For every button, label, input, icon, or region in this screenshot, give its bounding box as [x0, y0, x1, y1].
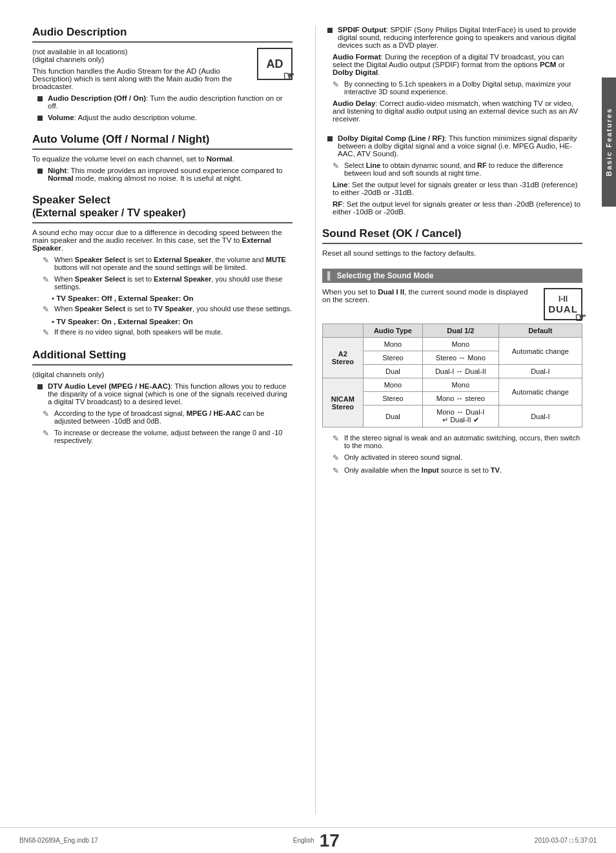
audio-desc-item-2: Volume: Adjust the audio description vol…	[32, 114, 293, 121]
footer-note-3: ✎ Only available when the Input source i…	[322, 466, 582, 475]
audio-description-intro: (not available in all locations)(digital…	[32, 48, 293, 90]
auto-volume-heading: Auto Volume (Off / Normal / Night)	[32, 133, 293, 150]
footer-bar: BN68-02689A_Eng.indb 17 English 17 2010-…	[0, 827, 616, 853]
table-cell-dual-i: Dual-I	[498, 365, 582, 378]
table-cell-nicam-stereo-dual: Mono ↔ stereo	[423, 392, 499, 406]
sound-reset-heading: Sound Reset (OK / Cancel)	[322, 227, 582, 244]
table-cell-nicam-mono-dual: Mono	[423, 378, 499, 392]
bullet-square	[37, 384, 43, 389]
table-cell-dual-type: Dual	[363, 365, 422, 378]
audio-desc-item-1: Audio Description (Off / On): Turn the a…	[32, 94, 293, 110]
speaker-select-heading: Speaker Select(External speaker / TV spe…	[32, 194, 293, 223]
note-pencil-icon: ✎	[43, 328, 52, 337]
additional-note-2: ✎ To increase or decrease the volume, ad…	[32, 429, 293, 444]
page-wrapper: Basic Features Audio Description AD ☞ (n…	[0, 0, 616, 853]
file-info: BN68-02689A_Eng.indb 17	[19, 837, 98, 844]
note-pencil-icon: ✎	[43, 429, 52, 438]
note-pencil-icon: ✎	[333, 466, 342, 475]
note-pencil-icon: ✎	[43, 305, 52, 314]
main-content: Audio Description AD ☞ (not available in…	[0, 0, 602, 853]
table-cell-mono-type: Mono	[363, 338, 422, 351]
audio-description-heading: Audio Description	[32, 26, 293, 43]
dolby-note-1: ✎ Select Line to obtain dynamic sound, a…	[322, 161, 582, 177]
additional-setting-heading: Additional Setting	[32, 349, 293, 365]
note-pencil-icon: ✎	[333, 434, 342, 443]
table-cell-mono-dual: Mono	[423, 338, 499, 351]
dolby-item: Dolby Digital Comp (Line / RF): This fun…	[322, 134, 582, 158]
right-column: SPDIF Output: SPDIF (Sony Philips Digita…	[315, 26, 582, 814]
table-cell-automatic: Automatic change	[498, 338, 582, 365]
table-header-audio-type: Audio Type	[363, 324, 422, 338]
dolby-digital-section: Dolby Digital Comp (Line / RF): This fun…	[322, 134, 582, 216]
note-pencil-icon: ✎	[43, 409, 52, 418]
table-cell-nicam-dual-type: Dual	[363, 406, 422, 427]
table-cell-nicam-dual-dual: Mono ↔ Dual-I↵ Dual-II ✔	[423, 406, 499, 427]
sound-mode-table: Audio Type Dual 1/2 Default A2Stereo Mon…	[322, 324, 582, 427]
note-pencil-icon: ✎	[333, 80, 342, 89]
spdif-item: SPDIF Output: SPDIF (Sony Philips Digita…	[322, 26, 582, 49]
table-cell-dual-dual: Dual-I ↔ Dual-II	[423, 365, 499, 378]
additional-setting-section: Additional Setting (digital channels onl…	[32, 349, 293, 444]
date-info: 2010-03-07 □ 5:37:01	[535, 837, 597, 844]
bullet-square	[327, 28, 333, 33]
sound-reset-section: Sound Reset (OK / Cancel) Reset all soun…	[322, 227, 582, 257]
table-cell-nicam-mono-type: Mono	[363, 378, 422, 392]
spdif-note-1: ✎ By connecting to 5.1ch speakers in a D…	[322, 80, 582, 96]
ad-icon: AD ☞	[257, 48, 293, 80]
left-column: Audio Description AD ☞ (not available in…	[32, 26, 302, 814]
table-header-group	[323, 324, 364, 338]
table-cell-a2stereo: A2Stereo	[323, 338, 364, 378]
table-cell-nicam-auto: Automatic change	[498, 378, 582, 406]
note-pencil-icon: ✎	[43, 275, 52, 284]
bullet-square	[37, 116, 43, 121]
table-header-dual: Dual 1/2	[423, 324, 499, 338]
selecting-sound-mode-section: Selecting the Sound Mode I-II DUAL ☞ Whe…	[322, 269, 582, 475]
footer-note-1: ✎ If the stereo signal is weak and an au…	[322, 434, 582, 449]
language-label: English	[293, 837, 314, 844]
table-cell-nicam: NICAMStereo	[323, 378, 364, 427]
speaker-note-1: ✎ When Speaker Select is set to External…	[32, 256, 293, 271]
footer-note-2: ✎ Only activated in stereo sound signal.	[322, 453, 582, 462]
page-number: 17	[320, 830, 340, 851]
note-pencil-icon: ✎	[333, 161, 342, 170]
table-cell-nicam-stereo-type: Stereo	[363, 392, 422, 406]
auto-volume-section: Auto Volume (Off / Normal / Night) To eq…	[32, 133, 293, 182]
bullet-square	[327, 136, 333, 141]
speaker-select-section: Speaker Select(External speaker / TV spe…	[32, 194, 293, 337]
speaker-sub-1: TV Speaker: Off , External Speaker: On	[32, 294, 293, 302]
chapter-tab: Basic Features	[602, 77, 616, 207]
hand-icon: ☞	[283, 68, 294, 84]
note-pencil-icon: ✎	[43, 256, 52, 265]
table-cell-stereo-type: Stereo	[363, 351, 422, 365]
selecting-header: Selecting the Sound Mode	[322, 269, 582, 283]
spdif-section: SPDIF Output: SPDIF (Sony Philips Digita…	[322, 26, 582, 123]
bullet-square	[37, 169, 43, 174]
page-number-area: English 17	[293, 830, 340, 851]
additional-note-1: ✎ According to the type of broadcast sig…	[32, 409, 293, 425]
speaker-note-2: ✎ When Speaker Select is set to External…	[32, 275, 293, 291]
bullet-square	[37, 96, 43, 101]
table-cell-nicam-dual-i: Dual-I	[498, 406, 582, 427]
speaker-note-3: ✎ When Speaker Select is set to TV Speak…	[32, 305, 293, 314]
hand-icon: ☞	[575, 310, 586, 325]
table-row: NICAMStereo Mono Mono Automatic change	[323, 378, 582, 392]
table-row: A2Stereo Mono Mono Automatic change	[323, 338, 582, 351]
speaker-note-4: ✎ If there is no video signal, both spea…	[32, 328, 293, 337]
speaker-sub-2: TV Speaker: On , External Speaker: On	[32, 318, 293, 325]
audio-description-section: Audio Description AD ☞ (not available in…	[32, 26, 293, 121]
dual-icon: I-II DUAL ☞	[544, 288, 582, 320]
note-pencil-icon: ✎	[333, 453, 342, 462]
table-cell-stereo-dual: Stereo ↔ Mono	[423, 351, 499, 365]
table-header-default: Default	[498, 324, 582, 338]
additional-item-1: DTV Audio Level (MPEG / HE-AAC): This fu…	[32, 382, 293, 406]
auto-volume-item-1: Night: This mode provides an improved so…	[32, 167, 293, 182]
